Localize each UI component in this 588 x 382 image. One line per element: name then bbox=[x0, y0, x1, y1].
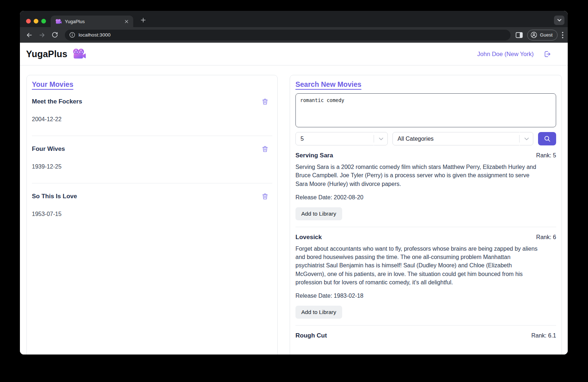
brand: YugaPlus bbox=[26, 48, 86, 59]
reload-button[interactable] bbox=[49, 30, 60, 41]
result-release-date: Release Date: 1983-02-18 bbox=[295, 292, 556, 300]
app-title: YugaPlus bbox=[26, 49, 67, 59]
search-result: Rough Cut Rank: 6.1 bbox=[295, 332, 556, 340]
browser-toolbar: localhost:3000 Guest bbox=[20, 27, 568, 43]
movie-release-date: 2004-12-22 bbox=[32, 116, 272, 123]
window-controls bbox=[26, 19, 46, 24]
movie-camera-logo-icon bbox=[72, 48, 86, 59]
list-divider bbox=[32, 136, 272, 136]
result-divider bbox=[295, 227, 556, 227]
browser-tab[interactable]: YugaPlus bbox=[51, 16, 133, 27]
result-title: Serving Sara bbox=[295, 152, 333, 160]
movie-release-date: 1939-12-25 bbox=[32, 163, 272, 170]
list-divider bbox=[32, 183, 272, 183]
movie-release-date: 1953-07-15 bbox=[32, 211, 272, 217]
search-movies-panel: Search New Movies romantic comedy 5 All … bbox=[290, 75, 562, 355]
tab-search-chevron-button[interactable] bbox=[554, 16, 564, 25]
search-query-input[interactable]: romantic comedy bbox=[295, 93, 556, 127]
your-movies-heading: Your Movies bbox=[32, 80, 74, 89]
search-heading: Search New Movies bbox=[295, 80, 361, 89]
result-rank: Rank: 6 bbox=[536, 233, 556, 241]
search-icon bbox=[543, 135, 551, 143]
profile-label: Guest bbox=[540, 32, 553, 38]
result-rank: Rank: 6.1 bbox=[532, 332, 556, 340]
movie-title: Meet the Fockers bbox=[32, 98, 82, 105]
movie-title: So This Is Love bbox=[32, 193, 77, 200]
tab-strip: YugaPlus bbox=[20, 11, 568, 27]
result-description: Forget about accountants who want to fly… bbox=[295, 245, 540, 286]
logout-icon[interactable] bbox=[543, 50, 551, 58]
add-to-library-button[interactable]: Add to Library bbox=[295, 207, 342, 220]
result-title: Lovesick bbox=[295, 233, 322, 241]
delete-movie-icon[interactable] bbox=[262, 145, 268, 153]
close-window-button[interactable] bbox=[26, 19, 31, 24]
browser-window: YugaPlus localhost:3000 bbox=[20, 11, 568, 355]
app-header: YugaPlus John Doe (New York) bbox=[20, 43, 568, 65]
result-title: Rough Cut bbox=[295, 332, 327, 340]
your-movies-panel: Your Movies Meet the Fockers bbox=[26, 75, 278, 355]
browser-menu-icon[interactable] bbox=[562, 32, 563, 38]
movie-title: Four Wives bbox=[32, 145, 65, 153]
delete-movie-icon[interactable] bbox=[262, 193, 268, 200]
result-rank: Rank: 5 bbox=[536, 152, 556, 160]
site-info-icon[interactable] bbox=[69, 32, 75, 38]
delete-movie-icon[interactable] bbox=[262, 98, 268, 105]
tab-title: YugaPlus bbox=[65, 19, 120, 24]
back-button[interactable] bbox=[24, 30, 35, 41]
category-select[interactable]: All Categories bbox=[392, 132, 533, 145]
result-description: Serving Sara is a 2002 romantic comedy f… bbox=[295, 163, 540, 188]
guest-avatar-icon bbox=[530, 31, 537, 38]
search-button[interactable] bbox=[538, 132, 556, 145]
your-movies-list: Meet the Fockers bbox=[32, 98, 272, 217]
yugaplus-favicon bbox=[55, 19, 62, 24]
search-controls: 5 All Categories bbox=[295, 132, 556, 145]
new-tab-button[interactable] bbox=[138, 15, 148, 25]
library-movie-item: Four Wives 1939 bbox=[32, 145, 272, 183]
profile-button[interactable]: Guest bbox=[527, 30, 558, 41]
result-limit-select[interactable]: 5 bbox=[295, 132, 388, 145]
result-release-date: Release Date: 2002-08-20 bbox=[295, 194, 556, 201]
result-divider bbox=[295, 325, 556, 326]
close-tab-icon[interactable] bbox=[123, 18, 130, 25]
forward-button[interactable] bbox=[37, 30, 47, 41]
add-to-library-button[interactable]: Add to Library bbox=[295, 306, 342, 319]
side-panel-icon[interactable] bbox=[516, 32, 523, 38]
main-content: Your Movies Meet the Fockers bbox=[20, 65, 568, 355]
url-text: localhost:3000 bbox=[79, 32, 110, 38]
maximize-window-button[interactable] bbox=[41, 19, 46, 24]
yugaplus-page: YugaPlus John Doe (New York) Your Movies bbox=[20, 43, 568, 355]
minimize-window-button[interactable] bbox=[34, 19, 38, 24]
search-result: Lovesick Rank: 6 Forget about accountant… bbox=[295, 233, 556, 326]
library-movie-item: So This Is Love bbox=[32, 193, 272, 217]
search-result: Serving Sara Rank: 5 Serving Sara is a 2… bbox=[295, 152, 556, 227]
library-movie-item: Meet the Fockers bbox=[32, 98, 272, 136]
search-results-list: Serving Sara Rank: 5 Serving Sara is a 2… bbox=[295, 152, 556, 340]
address-bar[interactable]: localhost:3000 bbox=[65, 30, 511, 41]
user-profile-link[interactable]: John Doe (New York) bbox=[477, 51, 534, 58]
